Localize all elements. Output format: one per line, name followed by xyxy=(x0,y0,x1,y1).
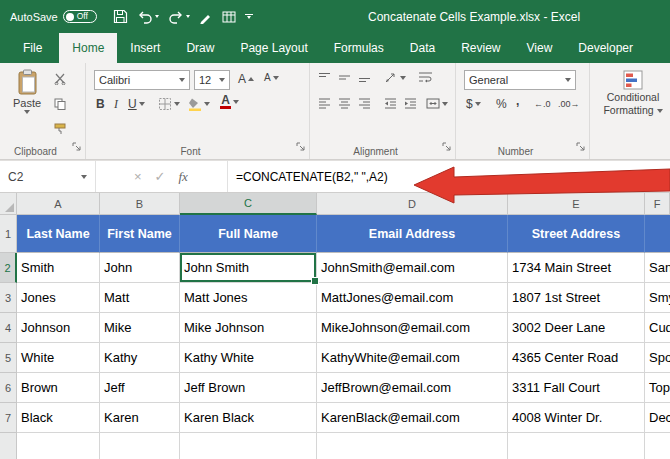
cell-a5[interactable]: White xyxy=(17,343,100,373)
column-header-f[interactable]: F xyxy=(645,193,670,215)
undo-button[interactable] xyxy=(137,10,159,24)
bottom-align-button[interactable] xyxy=(358,72,371,83)
row-header-4[interactable]: 4 xyxy=(0,313,17,343)
borders-button[interactable] xyxy=(158,97,180,111)
column-header-d[interactable]: D xyxy=(317,193,508,215)
empty-cell[interactable] xyxy=(17,433,100,459)
cell-e6[interactable]: 3311 Fall Court xyxy=(508,373,645,403)
font-size-combo[interactable]: 12 xyxy=(194,70,230,90)
row-header-6[interactable]: 6 xyxy=(0,373,17,403)
tab-review[interactable]: Review xyxy=(448,33,513,63)
empty-cell[interactable] xyxy=(645,433,670,459)
cut-button[interactable] xyxy=(54,71,66,89)
cell-c6[interactable]: Jeff Brown xyxy=(180,373,317,403)
pen-button[interactable] xyxy=(199,10,213,24)
autosave-toggle[interactable]: AutoSave Off xyxy=(10,10,97,23)
align-center-button[interactable] xyxy=(338,98,351,109)
row-header-3[interactable]: 3 xyxy=(0,283,17,313)
grow-font-button[interactable]: A xyxy=(238,72,254,86)
number-format-combo[interactable]: General xyxy=(464,70,576,90)
cell-d4[interactable]: MikeJohnson@email.com xyxy=(317,313,508,343)
cell-a1[interactable]: Last Name xyxy=(17,215,100,253)
cell-e3[interactable]: 1807 1st Street xyxy=(508,283,645,313)
cell-c5[interactable]: Kathy White xyxy=(180,343,317,373)
column-header-a[interactable]: A xyxy=(17,193,100,215)
tab-file[interactable]: File xyxy=(6,33,59,63)
cell-a4[interactable]: Johnson xyxy=(17,313,100,343)
underline-button[interactable]: U xyxy=(128,97,145,111)
cell-f5[interactable]: Spokan xyxy=(645,343,670,373)
tab-insert[interactable]: Insert xyxy=(117,33,173,63)
decrease-decimal-button[interactable]: .00→ xyxy=(558,99,580,109)
cell-f6[interactable]: Topeka xyxy=(645,373,670,403)
decrease-indent-button[interactable] xyxy=(384,98,397,109)
tab-draw[interactable]: Draw xyxy=(173,33,227,63)
paste-button[interactable]: Paste xyxy=(5,69,49,114)
cell-f4[interactable]: Cudde xyxy=(645,313,670,343)
orientation-button[interactable] xyxy=(384,71,406,84)
cell-f3[interactable]: Smyrna xyxy=(645,283,670,313)
row-header-partial[interactable] xyxy=(0,433,17,459)
cell-f1[interactable] xyxy=(645,215,670,253)
empty-cell[interactable] xyxy=(508,433,645,459)
save-button[interactable] xyxy=(113,9,128,24)
cancel-button[interactable]: × xyxy=(134,169,142,184)
accounting-format-button[interactable]: $ xyxy=(466,97,481,111)
cell-b3[interactable]: Matt xyxy=(100,283,180,313)
row-header-2[interactable]: 2 xyxy=(0,253,17,283)
column-header-b[interactable]: B xyxy=(100,193,180,215)
shrink-font-button[interactable]: A xyxy=(264,72,279,83)
name-box[interactable]: C2 xyxy=(0,161,96,192)
cell-c2-selected[interactable]: John Smith xyxy=(180,253,317,283)
insert-function-button[interactable]: fx xyxy=(179,169,188,185)
cell-b6[interactable]: Jeff xyxy=(100,373,180,403)
format-painter-button[interactable] xyxy=(54,121,66,139)
cell-d7[interactable]: KarenBlack@email.com xyxy=(317,403,508,433)
cell-b4[interactable]: Mike xyxy=(100,313,180,343)
column-header-c[interactable]: C xyxy=(180,193,317,215)
comma-style-button[interactable]: , xyxy=(516,94,519,108)
empty-cell[interactable] xyxy=(180,433,317,459)
number-dialog-launcher[interactable] xyxy=(576,137,585,155)
cell-b5[interactable]: Kathy xyxy=(100,343,180,373)
cell-a6[interactable]: Brown xyxy=(17,373,100,403)
middle-align-button[interactable] xyxy=(338,72,351,83)
cell-f2[interactable]: San Lu xyxy=(645,253,670,283)
cell-b1[interactable]: First Name xyxy=(100,215,180,253)
increase-decimal-button[interactable]: ←.0 xyxy=(534,99,551,109)
row-header-1[interactable]: 1 xyxy=(0,215,17,253)
cell-e5[interactable]: 4365 Center Road xyxy=(508,343,645,373)
cell-b7[interactable]: Karen xyxy=(100,403,180,433)
table-button[interactable] xyxy=(222,10,236,24)
alignment-dialog-launcher[interactable] xyxy=(442,137,451,155)
bold-button[interactable]: B xyxy=(96,97,105,111)
cell-a7[interactable]: Black xyxy=(17,403,100,433)
cell-a2[interactable]: Smith xyxy=(17,253,100,283)
increase-indent-button[interactable] xyxy=(404,98,417,109)
fill-color-button[interactable] xyxy=(188,97,210,111)
empty-cell[interactable] xyxy=(100,433,180,459)
cell-c3[interactable]: Matt Jones xyxy=(180,283,317,313)
cell-c1[interactable]: Full Name xyxy=(180,215,317,253)
tab-view[interactable]: View xyxy=(514,33,566,63)
cell-f7[interactable]: Decatu xyxy=(645,403,670,433)
font-color-button[interactable]: A xyxy=(220,94,239,109)
cell-d3[interactable]: MattJones@email.com xyxy=(317,283,508,313)
cell-d5[interactable]: KathyWhite@email.com xyxy=(317,343,508,373)
formula-input[interactable]: =CONCATENATE(B2," ",A2) xyxy=(228,161,670,192)
row-header-7[interactable]: 7 xyxy=(0,403,17,433)
top-align-button[interactable] xyxy=(318,72,331,83)
enter-button[interactable]: ✓ xyxy=(155,169,166,184)
merge-center-button[interactable] xyxy=(426,98,448,109)
cell-e2[interactable]: 1734 Main Street xyxy=(508,253,645,283)
align-right-button[interactable] xyxy=(358,98,371,109)
cell-b2[interactable]: John xyxy=(100,253,180,283)
italic-button[interactable]: I xyxy=(114,97,118,112)
cell-e7[interactable]: 4008 Winter Dr. xyxy=(508,403,645,433)
redo-button[interactable] xyxy=(168,10,190,24)
align-left-button[interactable] xyxy=(318,98,331,109)
percent-style-button[interactable]: % xyxy=(496,97,507,111)
clipboard-dialog-launcher[interactable] xyxy=(72,137,81,155)
cell-c7[interactable]: Karen Black xyxy=(180,403,317,433)
tab-formulas[interactable]: Formulas xyxy=(321,33,397,63)
